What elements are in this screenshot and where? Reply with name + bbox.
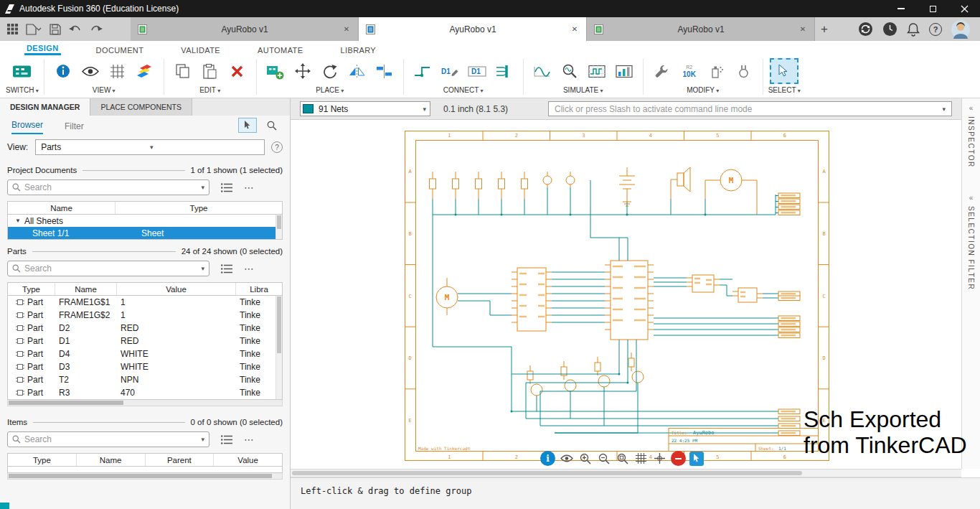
parts-table-row[interactable]: PartFRAME1G$21Tinke [8,309,282,322]
search-input[interactable] [24,182,197,192]
vertical-scrollbar[interactable] [275,215,282,239]
column-header-parent[interactable]: Parent [146,454,215,466]
new-tab-button[interactable] [815,22,834,37]
app-grid-icon[interactable] [7,24,18,34]
rotate-button[interactable] [316,58,344,84]
zoom-to-button[interactable] [263,118,281,133]
tree-row-all-sheets[interactable]: All Sheets [8,215,282,227]
move-button[interactable] [289,58,316,84]
expand-panel-icon[interactable] [969,194,974,202]
list-options-icon[interactable] [221,183,232,192]
redo-icon[interactable] [90,24,103,34]
search-input[interactable] [24,434,197,444]
parts-table-row[interactable]: PartD4WHITETinke [8,347,282,360]
tab-automate[interactable]: AUTOMATE [255,45,305,55]
net-name-button[interactable]: D1 [463,58,491,84]
paint-button[interactable] [703,58,730,84]
remove-button[interactable] [671,451,686,466]
undo-icon[interactable] [69,24,82,34]
parts-table-row[interactable]: PartD2REDTinke [8,322,282,335]
chevron-down-icon[interactable] [201,436,204,443]
tab-close-icon[interactable] [798,25,807,33]
tab-place-components[interactable]: PLACE COMPONENTS [90,98,192,116]
inspector-tab[interactable]: INSPECTOR [967,104,975,168]
user-avatar[interactable] [951,20,970,39]
bus-button[interactable] [491,58,518,84]
parts-table-row[interactable]: PartT2NPNTinke [8,373,282,386]
zoom-in-button[interactable] [578,451,593,466]
command-line[interactable] [548,101,952,116]
parts-table-row[interactable]: PartR3470Tinke [8,386,282,399]
search-box[interactable] [7,431,209,447]
nets-dropdown[interactable]: 91 Nets [300,101,430,116]
tab-design-manager[interactable]: DESIGN MANAGER [0,98,90,116]
copy-button[interactable] [169,58,197,84]
maximize-button[interactable] [917,0,948,17]
simulate-group-label[interactable]: SIMULATE [563,86,603,94]
paste-button[interactable] [197,58,224,84]
list-options-icon[interactable] [221,435,232,444]
select-mode-button[interactable] [238,118,257,133]
scrollbar-thumb[interactable] [9,474,272,478]
tab-validate[interactable]: VALIDATE [179,45,222,55]
delete-button[interactable] [224,58,251,84]
chevron-down-icon[interactable] [942,106,946,113]
grid-settings-button[interactable] [104,58,131,84]
mirror-button[interactable] [344,58,371,84]
document-tab-3[interactable]: AyuRobo v1 [587,17,815,41]
schematic-canvas[interactable]: 112233445566AABBCCDDEE M M [404,130,830,462]
column-header-library[interactable]: Libra [236,283,282,295]
tab-library[interactable]: LIBRARY [338,45,378,55]
tab-close-icon[interactable] [342,25,351,33]
overflow-menu-icon[interactable] [244,265,254,272]
net-label-button[interactable]: D1 [436,58,463,84]
search-input[interactable] [24,263,197,274]
replace-part-button[interactable] [730,58,758,84]
table-row-selected[interactable]: Sheet 1/1 Sheet [8,227,282,239]
connect-group-label[interactable]: CONNECT [443,86,484,94]
tree-expand-icon[interactable] [15,218,21,224]
scrollbar-thumb[interactable] [9,401,123,405]
list-options-icon[interactable] [221,264,232,274]
selection-filter-tab[interactable]: SELECTION FILTER [967,194,975,290]
change-value-button[interactable]: R2 10K [676,58,703,84]
scrollbar-thumb[interactable] [292,471,802,475]
place-part-button[interactable] [262,58,289,84]
items-horizontal-scrollbar[interactable] [7,473,283,480]
file-menu-icon[interactable] [26,24,42,35]
view-dropdown[interactable]: Parts [35,139,265,155]
column-header-type[interactable]: Type [8,454,77,466]
chevron-down-icon[interactable] [201,265,204,272]
origin-crosshair-button[interactable] [652,451,667,466]
subtab-browser[interactable]: Browser [11,120,43,134]
switch-group-label[interactable]: SWITCH [6,86,39,94]
modify-group-label[interactable]: MODIFY [687,86,719,94]
view-group-label[interactable]: VIEW [93,86,116,94]
parts-horizontal-scrollbar[interactable] [7,400,283,406]
canvas-visibility-button[interactable] [559,451,574,466]
zoom-out-button[interactable] [596,451,611,466]
tab-design[interactable]: DESIGN [24,42,61,55]
search-box[interactable] [7,179,209,195]
job-status-icon[interactable] [858,22,873,37]
canvas-horizontal-scrollbar[interactable] [291,469,961,477]
notifications-bell-icon[interactable] [907,22,920,37]
layers-button[interactable] [131,58,159,84]
select-tool-button[interactable] [770,58,798,84]
subtab-filter[interactable]: Filter [65,121,84,134]
column-header-name[interactable]: Name [77,454,146,466]
place-group-label[interactable]: PLACE [316,86,344,94]
zoom-fit-button[interactable] [615,451,630,466]
overflow-menu-icon[interactable] [244,436,254,443]
show-hide-button[interactable] [77,58,104,84]
vertical-scrollbar[interactable] [275,296,282,399]
parts-table-row[interactable]: PartD1REDTinke [8,335,282,347]
chevron-down-icon[interactable] [201,184,204,191]
net-button[interactable] [409,58,436,84]
command-line-input[interactable] [555,104,938,114]
wrench-button[interactable] [649,58,676,84]
scrollbar-thumb[interactable] [277,296,281,353]
search-box[interactable] [7,261,209,276]
canvas-info-button[interactable] [540,451,555,466]
column-header-name[interactable]: Name [8,202,116,214]
